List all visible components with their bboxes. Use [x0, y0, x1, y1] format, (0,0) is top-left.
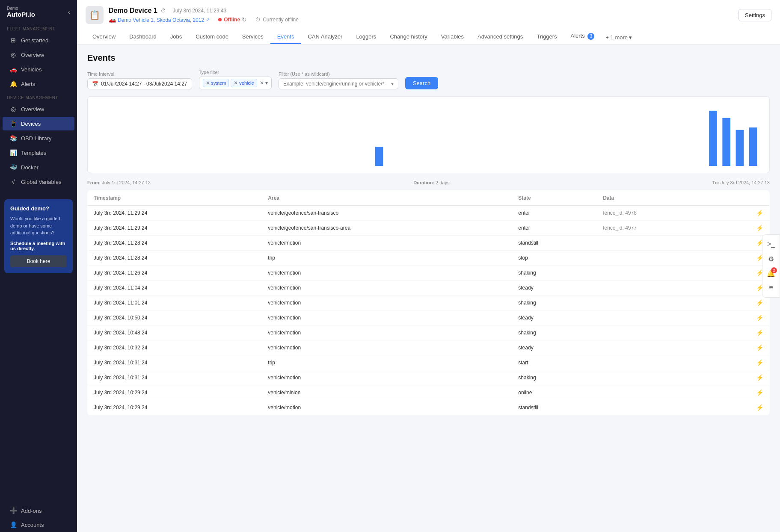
tab-loggers[interactable]: Loggers [349, 30, 383, 44]
cell-trigger[interactable]: ⚡ [718, 295, 770, 310]
sidebar-item-obd-library[interactable]: 📚 OBD Library [3, 131, 74, 145]
wildcard-input[interactable] [283, 81, 389, 87]
tab-events[interactable]: Events [270, 30, 301, 44]
tag-vehicle-label: vehicle [239, 80, 254, 86]
trigger-icon[interactable]: ⚡ [756, 359, 763, 366]
sidebar-item-global-variables[interactable]: √ Global Variables [3, 175, 74, 189]
cell-state: steady [512, 340, 597, 355]
trigger-icon[interactable]: ⚡ [756, 374, 763, 381]
cell-trigger[interactable]: ⚡ [718, 205, 770, 220]
content-area: Events Time Interval 📅 01/Jul/2024 14:27… [77, 44, 780, 532]
tab-variables[interactable]: Variables [434, 30, 471, 44]
type-filter-dropdown-arrow[interactable]: ✕ ▾ [260, 80, 268, 86]
refresh-icon[interactable]: ↻ [242, 16, 247, 23]
cell-trigger[interactable]: ⚡ [718, 220, 770, 235]
sidebar-item-vehicles[interactable]: 🚗 Vehicles [3, 62, 74, 76]
trigger-icon[interactable]: ⚡ [756, 329, 763, 336]
cell-area: vehicle/motion [262, 310, 512, 325]
date-range-input[interactable]: 📅 01/Jul/2024 14:27 - 03/Jul/2024 14:27 [87, 78, 192, 89]
list-icon: ≡ [769, 284, 773, 292]
tab-advanced-settings[interactable]: Advanced settings [471, 30, 530, 44]
cell-state: start [512, 355, 597, 370]
sidebar-item-docker[interactable]: 🐳 Docker [3, 160, 74, 174]
type-filter-tags[interactable]: ✕ system ✕ vehicle ✕ ▾ [199, 77, 272, 89]
tab-triggers[interactable]: Triggers [530, 30, 563, 44]
templates-icon: 📊 [9, 149, 17, 156]
tag-vehicle[interactable]: ✕ vehicle [231, 79, 257, 87]
notification-button[interactable]: 🔔 2 [764, 266, 778, 280]
notification-count: 2 [771, 267, 777, 273]
table-row: July 3rd 2024, 10:29:24 vehicle/motion s… [88, 400, 770, 415]
settings-panel-button[interactable]: ⚙ [764, 252, 778, 266]
vehicle-link[interactable]: Demo Vehicle 1, Skoda Octavia, 2012 [118, 17, 204, 23]
table-row: July 3rd 2024, 11:01:24 vehicle/motion s… [88, 295, 770, 310]
device-name: Demo Device 1 [109, 7, 157, 15]
from-label: From: [87, 180, 101, 185]
tag-vehicle-remove[interactable]: ✕ [234, 80, 238, 86]
trigger-icon[interactable]: ⚡ [756, 299, 763, 306]
sidebar-item-templates[interactable]: 📊 Templates [3, 146, 74, 160]
cell-area: vehicle/motion [262, 370, 512, 385]
table-row: July 3rd 2024, 11:29:24 vehicle/geofence… [88, 220, 770, 235]
sidebar-item-devices[interactable]: 📱 Devices [3, 117, 74, 130]
settings-button[interactable]: Settings [738, 9, 771, 21]
book-here-button[interactable]: Book here [10, 255, 67, 267]
cell-area: vehicle/minion [262, 385, 512, 400]
sidebar-item-add-ons[interactable]: ➕ Add-ons [3, 504, 74, 517]
cell-trigger[interactable]: ⚡ [718, 340, 770, 355]
sidebar-item-overview-fleet[interactable]: ◎ Overview [3, 48, 74, 62]
offline-status: Offline [224, 17, 240, 23]
cell-area: vehicle/motion [262, 325, 512, 340]
trigger-icon[interactable]: ⚡ [756, 314, 763, 321]
main-content: 📋 Demo Device 1 ⏱ July 3rd 2024, 11:29:4… [77, 0, 780, 532]
collapse-button[interactable]: ‹ [68, 8, 70, 16]
cell-area: vehicle/geofence/san-fransisco-area [262, 220, 512, 235]
device-section-label: Device Management [0, 91, 77, 102]
trigger-icon[interactable]: ⚡ [756, 404, 763, 411]
cell-trigger[interactable]: ⚡ [718, 370, 770, 385]
cell-trigger[interactable]: ⚡ [718, 310, 770, 325]
tab-change-history[interactable]: Change history [383, 30, 434, 44]
tab-alerts[interactable]: Alerts 3 [564, 29, 602, 44]
cell-state: stop [512, 250, 597, 265]
guided-demo-box: Guided demo? Would you like a guided dem… [4, 199, 73, 273]
trigger-icon[interactable]: ⚡ [756, 344, 763, 351]
cell-trigger[interactable]: ⚡ [718, 400, 770, 415]
tab-can-analyzer[interactable]: CAN Analyzer [301, 30, 349, 44]
tab-jobs[interactable]: Jobs [163, 30, 189, 44]
sidebar-item-label: Overview [21, 52, 44, 58]
col-actions [718, 190, 770, 205]
cell-state: online [512, 385, 597, 400]
filter-dropdown-icon[interactable]: ▾ [391, 81, 394, 87]
tag-system-remove[interactable]: ✕ [206, 80, 210, 86]
sidebar-item-get-started[interactable]: ⊞ Get started [3, 33, 74, 47]
terminal-button[interactable]: >_ [764, 237, 778, 251]
wildcard-filter-label: Filter (Use * as wildcard) [279, 71, 398, 77]
table-row: July 3rd 2024, 10:48:24 vehicle/motion s… [88, 325, 770, 340]
tag-system[interactable]: ✕ system [203, 79, 229, 87]
tab-dashboard[interactable]: Dashboard [122, 30, 163, 44]
cell-area: vehicle/geofence/san-fransisco [262, 205, 512, 220]
cell-trigger[interactable]: ⚡ [718, 355, 770, 370]
wildcard-filter: Filter (Use * as wildcard) ▾ [279, 71, 398, 89]
tab-custom-code[interactable]: Custom code [189, 30, 235, 44]
sidebar-item-label: Alerts [21, 81, 35, 87]
list-button[interactable]: ≡ [764, 281, 778, 295]
cell-trigger[interactable]: ⚡ [718, 385, 770, 400]
sidebar-item-accounts[interactable]: 👤 Accounts [3, 518, 74, 532]
cell-timestamp: July 3rd 2024, 10:29:24 [88, 400, 262, 415]
tab-services[interactable]: Services [235, 30, 270, 44]
tab-more[interactable]: + 1 more ▾ [601, 31, 636, 44]
sidebar-item-overview-device[interactable]: ◎ Overview [3, 102, 74, 116]
sidebar-item-label: Get started [21, 37, 48, 44]
trigger-icon[interactable]: ⚡ [756, 389, 763, 396]
trigger-icon[interactable]: ⚡ [756, 210, 763, 216]
logo-text: AutoPi.io [7, 11, 35, 18]
fleet-section-label: Fleet Management [0, 22, 77, 33]
trigger-icon[interactable]: ⚡ [756, 225, 763, 231]
cell-trigger[interactable]: ⚡ [718, 325, 770, 340]
search-button[interactable]: Search [405, 77, 438, 89]
sidebar-item-alerts[interactable]: 🔔 Alerts [3, 77, 74, 91]
device-details: Demo Device 1 ⏱ July 3rd 2024, 11:29:43 … [109, 7, 299, 23]
tab-overview[interactable]: Overview [86, 30, 122, 44]
